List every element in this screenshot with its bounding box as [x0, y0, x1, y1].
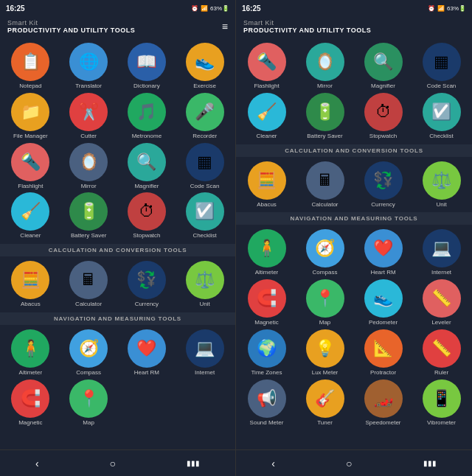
app-codescan-l[interactable]: ▦ Code Scan	[177, 143, 232, 190]
app-ruler-r[interactable]: 📏 Ruler	[414, 329, 469, 377]
app-heartrate-l[interactable]: ❤️ Heart RM	[119, 329, 175, 377]
app-leveler-r[interactable]: 📏 Leveler	[414, 279, 469, 326]
app-altimeter-r[interactable]: 🧍 Altimeter	[239, 229, 294, 276]
app-compass-r[interactable]: 🧭 Compass	[297, 229, 353, 276]
header-title-left: PRODUCTIVITY AND UTILITY TOOLS	[7, 27, 135, 34]
calculator-label-r: Calculator	[311, 202, 338, 209]
protractor-icon-r: 📐	[364, 329, 403, 368]
app-stopwatch-r[interactable]: ⏱ Stopwatch	[355, 93, 411, 140]
app-protractor-r[interactable]: 📐 Protractor	[355, 329, 411, 377]
app-stopwatch-l[interactable]: ⏱ Stopwatch	[119, 192, 175, 239]
app-battery-r[interactable]: 🔋 Battery Saver	[297, 93, 353, 140]
app-magnifier-r[interactable]: 🔍 Magnifier	[355, 43, 411, 90]
app-codescan-r[interactable]: ▦ Code Scan	[414, 43, 469, 90]
app-speedometer-r[interactable]: 🏎️ Speedometer	[355, 379, 411, 427]
app-calculator-l[interactable]: 🖩 Calculator	[61, 261, 117, 308]
app-timezones-r[interactable]: 🌍 Time Zones	[239, 329, 294, 377]
magnetic-label-r: Magnetic	[254, 320, 278, 326]
app-magnifier-l[interactable]: 🔍 Magnifier	[119, 143, 175, 190]
app-magnetic-r[interactable]: 🧲 Magnetic	[239, 279, 294, 326]
app-checklist-r[interactable]: ☑️ Checklist	[414, 93, 469, 140]
app-abacus-l[interactable]: 🧮 Abacus	[3, 261, 58, 308]
calc-grid-right: 🧮 Abacus 🖩 Calculator 💱 Currency ⚖️ Unit	[236, 157, 472, 213]
header-text-right: Smart Kit PRODUCTIVITY AND UTILITY TOOLS	[243, 19, 371, 34]
app-internet-l[interactable]: 💻 Internet	[177, 329, 232, 377]
checklist-icon-r: ☑️	[423, 93, 461, 131]
speedometer-label-r: Speedometer	[365, 420, 400, 427]
app-abacus-r[interactable]: 🧮 Abacus	[239, 161, 294, 209]
app-file-manager[interactable]: 📁 File Manager	[3, 93, 58, 140]
right-panel: 16:25 ⏰ 📶 63%🔋 Smart Kit PRODUCTIVITY AN…	[236, 0, 472, 476]
calculator-icon-r: 🖩	[306, 161, 344, 200]
app-map-l[interactable]: 📍 Map	[61, 379, 117, 427]
app-unit-r[interactable]: ⚖️ Unit	[414, 161, 469, 209]
cleaner-label-l: Cleaner	[20, 233, 41, 239]
home-button-left[interactable]: ○	[103, 455, 123, 472]
codescan-label-r: Code Scan	[427, 83, 457, 90]
app-internet-r[interactable]: 💻 Internet	[414, 229, 469, 276]
app-notepad[interactable]: 📋 Notepad	[3, 43, 58, 90]
app-pedometer-r[interactable]: 👟 Pedometer	[355, 279, 411, 326]
recent-button-right[interactable]: ▮▮▮	[416, 456, 444, 470]
app-battery-l[interactable]: 🔋 Battery Saver	[61, 192, 117, 239]
app-cutter[interactable]: ✂️ Cutter	[61, 93, 117, 140]
codescan-icon-r: ▦	[423, 43, 461, 81]
app-tuner-r[interactable]: 🎸 Tuner	[297, 379, 353, 427]
app-checklist-l[interactable]: ☑️ Checklist	[177, 192, 232, 239]
app-map-r[interactable]: 📍 Map	[297, 279, 353, 326]
luxmeter-icon-r: 💡	[306, 329, 344, 368]
scroll-content-right[interactable]: 🔦 Flashlight 🪞 Mirror 🔍 Magnifier ▦ Code…	[236, 38, 472, 449]
file-manager-icon: 📁	[11, 93, 49, 131]
app-currency-l[interactable]: 💱 Currency	[119, 261, 175, 308]
app-soundmeter-r[interactable]: 📢 Sound Meter	[239, 379, 294, 427]
app-mirror-l[interactable]: 🪞 Mirror	[61, 143, 117, 190]
abacus-label-l: Abacus	[21, 301, 41, 308]
flashlight-label-r: Flashlight	[254, 83, 279, 90]
tuner-icon-r: 🎸	[306, 379, 344, 418]
unit-label-l: Unit	[200, 301, 210, 308]
app-altimeter-l[interactable]: 🧍 Altimeter	[3, 329, 58, 377]
app-magnetic-l[interactable]: 🧲 Magnetic	[3, 379, 58, 427]
app-mirror-r[interactable]: 🪞 Mirror	[297, 43, 353, 90]
app-metronome[interactable]: 🎵 Metronome	[119, 93, 175, 140]
home-button-right[interactable]: ○	[339, 455, 359, 472]
abacus-label-r: Abacus	[257, 202, 277, 209]
back-button-right[interactable]: ‹	[264, 455, 282, 472]
alarm-icon: ⏰	[191, 5, 198, 12]
timezones-label-r: Time Zones	[251, 370, 282, 377]
app-flashlight-r[interactable]: 🔦 Flashlight	[239, 43, 294, 90]
menu-icon-left[interactable]: ≡	[222, 21, 228, 32]
codescan-label-l: Code Scan	[190, 183, 220, 190]
app-cleaner-r[interactable]: 🧹 Cleaner	[239, 93, 294, 140]
calc-grid-left: 🧮 Abacus 🖩 Calculator 💱 Currency ⚖️ Unit	[0, 256, 235, 312]
app-translator[interactable]: 🌐 Translator	[61, 43, 117, 90]
app-unit-l[interactable]: ⚖️ Unit	[177, 261, 232, 308]
checklist-label-l: Checklist	[192, 233, 216, 239]
back-button-left[interactable]: ‹	[28, 455, 46, 472]
scroll-content-left[interactable]: 📋 Notepad 🌐 Translator 📖 Dictionary 👟 Ex…	[0, 38, 235, 449]
battery-icon-r: 🔋	[306, 93, 344, 131]
heartrate-icon-r: ❤️	[364, 229, 403, 267]
smart-kit-label-left: Smart Kit	[7, 19, 135, 27]
app-heartrate-r[interactable]: ❤️ Heart RM	[355, 229, 411, 276]
app-recorder[interactable]: 🎤 Recorder	[177, 93, 232, 140]
app-exercise[interactable]: 👟 Exercise	[177, 43, 232, 90]
magnifier-label-l: Magnifier	[134, 183, 159, 190]
nav-bar-left: ‹ ○ ▮▮▮	[0, 449, 235, 476]
map-label-l: Map	[83, 420, 94, 427]
cutter-label: Cutter	[80, 133, 97, 140]
app-luxmeter-r[interactable]: 💡 Lux Meter	[297, 329, 353, 377]
cleaner-label-r: Cleaner	[256, 133, 277, 140]
app-cleaner-l[interactable]: 🧹 Cleaner	[3, 192, 58, 239]
currency-icon-r: 💱	[364, 161, 403, 200]
magnetic-icon-r: 🧲	[248, 279, 286, 318]
app-dictionary[interactable]: 📖 Dictionary	[119, 43, 175, 90]
app-flashlight-l[interactable]: 🔦 Flashlight	[3, 143, 58, 190]
app-vibrometer-r[interactable]: 📱 Vibrometer	[414, 379, 469, 427]
app-currency-r[interactable]: 💱 Currency	[355, 161, 411, 209]
magnifier-label-r: Magnifier	[371, 83, 395, 90]
app-compass-l[interactable]: 🧭 Compass	[61, 329, 117, 377]
app-calculator-r[interactable]: 🖩 Calculator	[297, 161, 353, 209]
recent-button-left[interactable]: ▮▮▮	[179, 456, 207, 470]
ruler-icon-r: 📏	[423, 329, 461, 368]
